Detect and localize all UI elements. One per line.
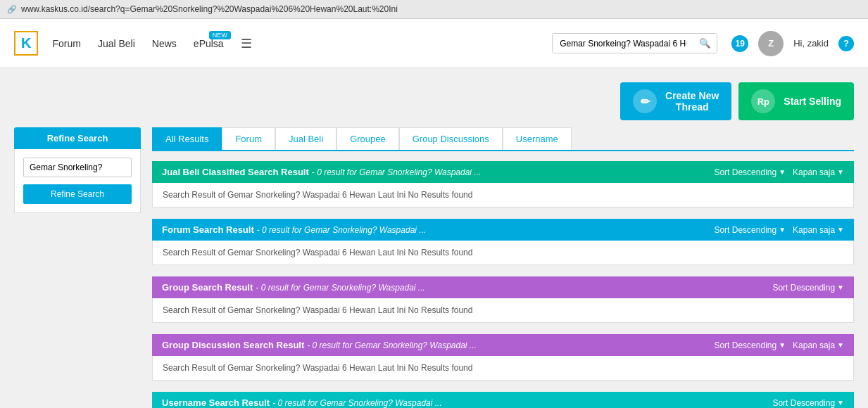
- sort-descending-btn-forum[interactable]: Sort Descending ▼: [714, 225, 786, 235]
- result-header-left-group: Group Search Result - 0 result for Gemar…: [162, 282, 425, 293]
- search-bar: 🔍: [552, 33, 717, 53]
- notification-badge[interactable]: 19: [731, 35, 748, 52]
- result-title-group: Group Search Result: [162, 282, 253, 293]
- help-icon[interactable]: ?: [838, 36, 854, 51]
- browser-bar: 🔗 www.kaskus.co.id/search?q=Gemar%20Snor…: [0, 0, 868, 19]
- result-title-jual-beli: Jual Beli Classified Search Result: [162, 167, 309, 177]
- kapan-btn-jual-beli[interactable]: Kapan saja ▼: [793, 167, 844, 177]
- sort-label-jual-beli: Sort Descending: [714, 167, 776, 177]
- result-subtitle-group-discussion: - 0 result for Gemar Snorkeling? Waspada…: [307, 340, 477, 350]
- kapan-arrow-jual-beli: ▼: [837, 168, 844, 176]
- create-thread-button[interactable]: ✏ Create New Thread: [620, 82, 731, 120]
- refine-header: Refine Search: [14, 127, 141, 149]
- start-selling-icon: Rp: [751, 89, 775, 113]
- result-body-text-jual-beli: Search Result of Gemar Snorkeling? Waspa…: [163, 190, 472, 200]
- kapan-arrow-forum: ▼: [837, 226, 844, 234]
- tab-all-results[interactable]: All Results: [152, 127, 222, 150]
- result-block-jual-beli: Jual Beli Classified Search Result - 0 r…: [152, 161, 854, 208]
- header-right: 19 Z Hi, zakid ?: [731, 31, 854, 56]
- tab-groupee[interactable]: Groupee: [336, 127, 399, 150]
- result-header-left-forum: Forum Search Result - 0 result for Gemar…: [162, 224, 426, 235]
- sort-controls-group-discussion: Sort Descending ▼ Kapan saja ▼: [714, 340, 844, 350]
- result-title-group-discussion: Group Discussion Search Result: [162, 340, 304, 350]
- result-body-jual-beli: Search Result of Gemar Snorkeling? Waspa…: [152, 183, 854, 208]
- result-subtitle-forum: - 0 result for Gemar Snorkeling? Waspada…: [257, 225, 427, 235]
- sort-descending-btn-jual-beli[interactable]: Sort Descending ▼: [714, 167, 786, 177]
- sort-descending-btn-group-discussion[interactable]: Sort Descending ▼: [714, 340, 786, 350]
- result-header-left-username: Username Search Result - 0 result for Ge…: [162, 397, 442, 408]
- sort-label-group: Sort Descending: [772, 283, 835, 293]
- nav-epulsa[interactable]: ePulsa: [194, 38, 224, 49]
- sort-arrow-jual-beli: ▼: [779, 168, 786, 176]
- logo[interactable]: K: [14, 31, 38, 56]
- kapan-btn-forum[interactable]: Kapan saja ▼: [793, 225, 844, 235]
- start-selling-button[interactable]: Rp Start Selling: [738, 82, 854, 120]
- sort-controls-username: Sort Descending ▼: [772, 398, 844, 408]
- kapan-label-jual-beli: Kapan saja: [793, 167, 835, 177]
- kapan-label-group-discussion: Kapan saja: [793, 340, 835, 350]
- sort-controls-jual-beli: Sort Descending ▼ Kapan saja ▼: [714, 167, 844, 177]
- create-thread-icon: ✏: [633, 89, 657, 113]
- sort-arrow-group-discussion: ▼: [779, 341, 786, 349]
- kapan-btn-group-discussion[interactable]: Kapan saja ▼: [793, 340, 844, 350]
- result-body-text-forum: Search Result of Gemar Snorkeling? Waspa…: [163, 248, 472, 257]
- results-container: Jual Beli Classified Search Result - 0 r…: [152, 161, 854, 408]
- result-subtitle-group: - 0 result for Gemar Snorkeling? Waspada…: [256, 283, 425, 293]
- results-area: All Results Forum Jual Beli Groupee Grou…: [152, 127, 854, 408]
- nav-links: Forum Jual Beli News ePulsa NEW ☰: [52, 36, 538, 51]
- url-icon: 🔗: [7, 5, 17, 14]
- nav-forum[interactable]: Forum: [52, 38, 80, 49]
- sort-label-username: Sort Descending: [772, 398, 835, 408]
- result-block-username: Username Search Result - 0 result for Ge…: [152, 392, 854, 408]
- url-text: www.kaskus.co.id/search?q=Gemar%20Snorke…: [21, 4, 398, 14]
- sort-arrow-username: ▼: [837, 399, 844, 407]
- sort-controls-group: Sort Descending ▼: [772, 283, 844, 293]
- sort-arrow-forum: ▼: [779, 226, 786, 234]
- search-button[interactable]: 🔍: [693, 34, 717, 53]
- result-subtitle-username: - 0 result for Gemar Snorkeling? Waspada…: [272, 398, 442, 408]
- result-header-left-group-discussion: Group Discussion Search Result - 0 resul…: [162, 340, 477, 350]
- sort-label-forum: Sort Descending: [714, 225, 776, 235]
- main-content: Refine Search Refine Search All Results …: [0, 127, 868, 408]
- nav-epulsa-wrap: ePulsa NEW: [194, 38, 224, 49]
- tab-forum[interactable]: Forum: [222, 127, 275, 150]
- sidebar: Refine Search Refine Search: [14, 127, 141, 408]
- hamburger-icon[interactable]: ☰: [241, 36, 252, 51]
- result-header-forum: Forum Search Result - 0 result for Gemar…: [152, 219, 854, 241]
- epulsa-badge: NEW: [209, 31, 231, 39]
- sort-descending-btn-group[interactable]: Sort Descending ▼: [772, 283, 844, 293]
- user-label: Hi, zakid: [793, 38, 829, 49]
- result-header-jual-beli: Jual Beli Classified Search Result - 0 r…: [152, 161, 854, 183]
- avatar: Z: [758, 31, 784, 56]
- result-subtitle-jual-beli: - 0 result for Gemar Snorkeling? Waspada…: [312, 167, 482, 177]
- result-header-group: Group Search Result - 0 result for Gemar…: [152, 276, 854, 298]
- tab-jual-beli[interactable]: Jual Beli: [275, 127, 336, 150]
- start-selling-label: Start Selling: [784, 96, 841, 107]
- search-input[interactable]: [553, 34, 693, 53]
- result-header-left-jual-beli: Jual Beli Classified Search Result - 0 r…: [162, 167, 481, 177]
- sort-controls-forum: Sort Descending ▼ Kapan saja ▼: [714, 225, 844, 235]
- tab-group-discussions[interactable]: Group Discussions: [399, 127, 503, 150]
- tab-username[interactable]: Username: [503, 127, 572, 150]
- sort-arrow-group: ▼: [837, 283, 844, 291]
- nav-news[interactable]: News: [152, 38, 177, 49]
- result-block-group-discussion: Group Discussion Search Result - 0 resul…: [152, 334, 854, 381]
- create-thread-label: Create New Thread: [665, 90, 719, 113]
- result-body-forum: Search Result of Gemar Snorkeling? Waspa…: [152, 241, 854, 265]
- kapan-label-forum: Kapan saja: [793, 225, 835, 235]
- result-body-text-group: Search Result of Gemar Snorkeling? Waspa…: [163, 305, 472, 315]
- kapan-arrow-group-discussion: ▼: [837, 341, 844, 349]
- result-title-username: Username Search Result: [162, 397, 270, 408]
- result-header-group-discussion: Group Discussion Search Result - 0 resul…: [152, 334, 854, 356]
- sidebar-body: Refine Search: [14, 149, 141, 213]
- sidebar-search-input[interactable]: [23, 158, 132, 177]
- result-block-forum: Forum Search Result - 0 result for Gemar…: [152, 219, 854, 265]
- sort-label-group-discussion: Sort Descending: [714, 340, 776, 350]
- result-body-group: Search Result of Gemar Snorkeling? Waspa…: [152, 298, 854, 323]
- sort-descending-btn-username[interactable]: Sort Descending ▼: [772, 398, 844, 408]
- action-buttons: ✏ Create New Thread Rp Start Selling: [0, 68, 868, 127]
- refine-search-button[interactable]: Refine Search: [23, 184, 132, 204]
- result-block-group: Group Search Result - 0 result for Gemar…: [152, 276, 854, 323]
- nav-jual-beli[interactable]: Jual Beli: [98, 38, 135, 49]
- result-body-group-discussion: Search Result of Gemar Snorkeling? Waspa…: [152, 356, 854, 381]
